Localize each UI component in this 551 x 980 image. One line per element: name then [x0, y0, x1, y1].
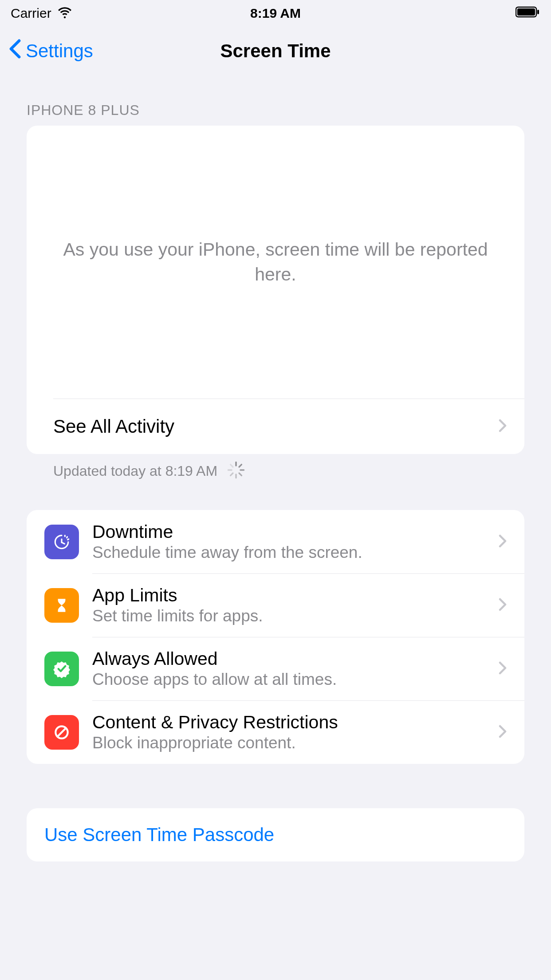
svg-line-8 [231, 473, 233, 475]
hourglass-icon [44, 588, 79, 623]
back-label: Settings [26, 40, 93, 62]
updated-row: Updated today at 8:19 AM [0, 454, 551, 482]
chevron-right-icon [499, 534, 507, 549]
option-text: Downtime Schedule time away from the scr… [92, 522, 485, 562]
option-text: App Limits Set time limits for apps. [92, 585, 485, 625]
option-subtitle: Set time limits for apps. [92, 607, 485, 625]
options-card: Downtime Schedule time away from the scr… [27, 510, 524, 764]
back-button[interactable]: Settings [9, 39, 93, 63]
option-always-allowed[interactable]: Always Allowed Choose apps to allow at a… [27, 637, 524, 700]
option-downtime[interactable]: Downtime Schedule time away from the scr… [27, 510, 524, 573]
nav-bar: Settings Screen Time [0, 27, 551, 75]
status-time: 8:19 AM [250, 6, 301, 21]
chevron-left-icon [9, 39, 21, 63]
svg-line-13 [68, 539, 69, 539]
option-subtitle: Block inappropriate content. [92, 734, 485, 752]
status-bar: Carrier 8:19 AM [0, 0, 551, 27]
updated-label: Updated today at 8:19 AM [53, 463, 217, 479]
svg-line-17 [58, 728, 66, 736]
option-subtitle: Choose apps to allow at all times. [92, 670, 485, 689]
option-title: Content & Privacy Restrictions [92, 712, 485, 733]
option-subtitle: Schedule time away from the screen. [92, 543, 485, 562]
no-entry-icon [44, 715, 79, 750]
see-all-label: See All Activity [53, 416, 174, 437]
option-title: App Limits [92, 585, 485, 606]
downtime-icon [44, 525, 79, 559]
option-text: Content & Privacy Restrictions Block ina… [92, 712, 485, 752]
activity-empty-text: As you use your iPhone, screen time will… [53, 237, 498, 287]
wifi-icon [57, 4, 73, 23]
page-title: Screen Time [220, 40, 331, 62]
svg-line-15 [62, 542, 64, 544]
svg-rect-2 [537, 10, 539, 14]
section-header: IPHONE 8 PLUS [0, 75, 551, 126]
passcode-card[interactable]: Use Screen Time Passcode [27, 808, 524, 861]
svg-line-4 [239, 465, 241, 467]
chevron-right-icon [499, 725, 507, 740]
chevron-right-icon [499, 419, 507, 434]
activity-card: As you use your iPhone, screen time will… [27, 126, 524, 454]
status-left: Carrier [11, 4, 73, 23]
option-title: Downtime [92, 522, 485, 542]
passcode-link: Use Screen Time Passcode [44, 824, 274, 845]
spinner-icon [226, 460, 246, 482]
status-right [516, 6, 540, 21]
option-content-privacy[interactable]: Content & Privacy Restrictions Block ina… [27, 700, 524, 764]
carrier-label: Carrier [11, 6, 51, 21]
svg-line-6 [239, 473, 241, 475]
activity-empty: As you use your iPhone, screen time will… [27, 126, 524, 399]
chevron-right-icon [499, 661, 507, 676]
option-title: Always Allowed [92, 648, 485, 669]
option-text: Always Allowed Choose apps to allow at a… [92, 648, 485, 689]
see-all-activity[interactable]: See All Activity [53, 399, 524, 454]
svg-rect-1 [517, 8, 535, 16]
option-app-limits[interactable]: App Limits Set time limits for apps. [27, 573, 524, 637]
svg-line-10 [231, 465, 233, 467]
svg-line-12 [67, 537, 67, 537]
chevron-right-icon [499, 598, 507, 613]
check-seal-icon [44, 652, 79, 686]
battery-icon [516, 6, 540, 21]
